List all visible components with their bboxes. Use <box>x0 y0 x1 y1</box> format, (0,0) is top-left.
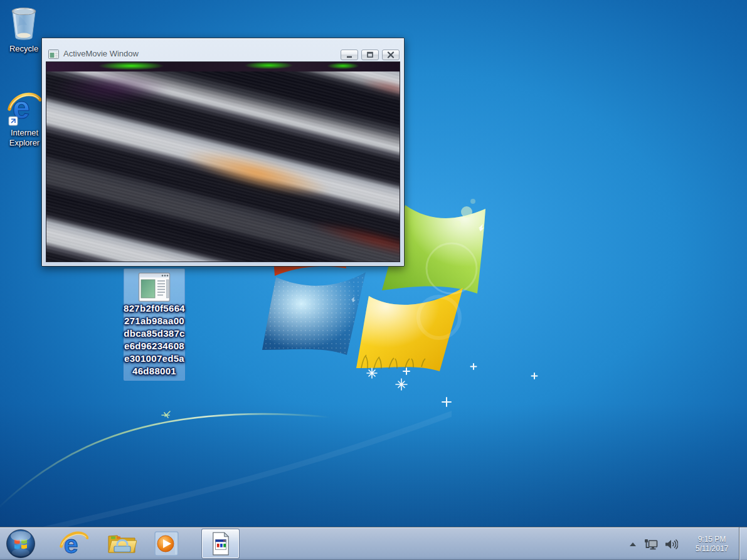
taskbar: e <box>0 527 747 560</box>
network-icon <box>643 538 658 551</box>
document-window-icon <box>138 272 171 302</box>
desktop-icon-hash-file[interactable]: 827b2f0f5664271ab98aa00dbca85d387ce6d962… <box>124 268 185 381</box>
taskbar-activemovie-app[interactable] <box>201 529 240 559</box>
close-button[interactable] <box>382 50 400 60</box>
speaker-icon <box>664 539 678 550</box>
minimize-button[interactable] <box>341 50 358 60</box>
network-status-button[interactable] <box>640 532 661 557</box>
close-icon <box>387 51 395 58</box>
glitch-purple-haze <box>46 66 191 110</box>
desktop-icon-internet-explorer[interactable]: e Internet Explorer <box>1 90 48 148</box>
desktop-icon-recycle-bin[interactable]: Recycle <box>3 4 45 54</box>
media-player-icon <box>152 529 181 558</box>
bokeh-dot <box>470 199 475 204</box>
taskbar-internet-explorer[interactable]: e <box>58 529 90 559</box>
maximize-icon <box>366 51 374 58</box>
glitch-green-blobs <box>46 62 400 71</box>
show-hidden-icons-button[interactable] <box>626 532 640 557</box>
system-tray: 9:15 PM 5/11/2017 <box>626 527 739 560</box>
desktop[interactable]: Recycle e Internet Explorer <box>0 0 747 560</box>
taskbar-media-player[interactable] <box>151 529 183 559</box>
window-title: ActiveMovie Window <box>63 49 139 58</box>
show-desktop-button[interactable] <box>739 527 747 560</box>
hash-icon-label: 827b2f0f5664271ab98aa00dbca85d387ce6d962… <box>124 302 185 378</box>
internet-explorer-icon: e <box>8 90 41 127</box>
clock-date: 5/11/2017 <box>685 544 739 554</box>
start-orb-icon <box>6 529 36 559</box>
bokeh-dot <box>461 206 472 218</box>
chevron-up-icon <box>629 542 637 547</box>
document-page-icon <box>211 532 230 556</box>
shortcut-overlay <box>9 117 18 125</box>
recycle-bin-label: Recycle <box>9 44 38 54</box>
maximize-button[interactable] <box>361 50 379 60</box>
internet-explorer-icon: e <box>60 529 88 558</box>
clock-time: 9:15 PM <box>685 535 739 544</box>
video-viewport <box>46 61 400 262</box>
volume-button[interactable] <box>661 532 681 557</box>
start-button[interactable] <box>4 529 37 559</box>
leaf-glint <box>162 411 170 418</box>
recycle-bin-icon <box>7 4 41 43</box>
bokeh-dot <box>455 221 461 227</box>
taskbar-windows-explorer[interactable] <box>105 529 138 559</box>
internet-explorer-label: Internet Explorer <box>1 128 48 148</box>
folder-icon <box>107 531 137 557</box>
activemovie-window-icon <box>48 50 59 59</box>
activemovie-window: ActiveMovie Window <box>41 38 405 267</box>
minimize-icon <box>346 51 353 58</box>
clock[interactable]: 9:15 PM 5/11/2017 <box>685 535 739 554</box>
